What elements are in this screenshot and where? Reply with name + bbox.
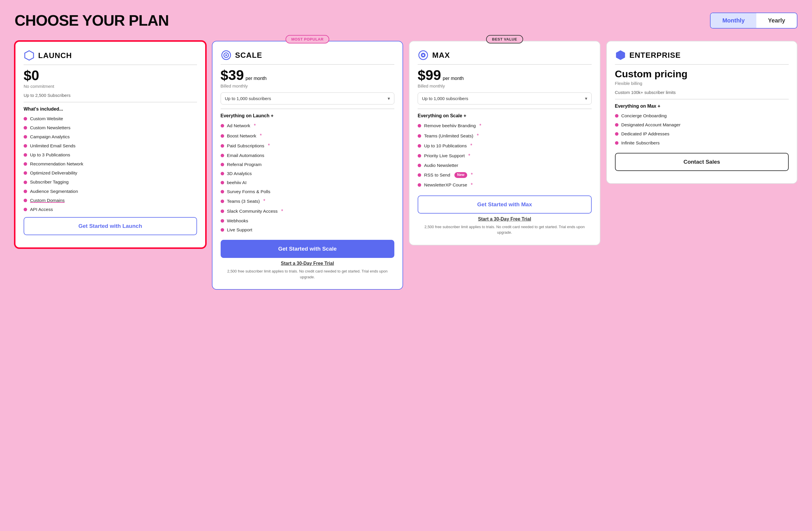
scale-divider-top [221,64,395,65]
scale-feature-dot-9 [221,209,224,213]
scale-feature-text-11: Live Support [227,227,252,233]
launch-icon-name: LAUNCH [24,50,197,61]
scale-feature-5: 3D Analytics [221,171,395,177]
launch-feature-text-7: Subscriber Tagging [30,179,69,185]
launch-cta-button[interactable]: Get Started with Launch [24,217,197,235]
enterprise-price: Custom pricing [615,68,789,80]
scale-feature-text-10: Webhooks [227,218,248,224]
max-billing-note: Billed monthly [418,83,592,88]
enterprise-cta-button[interactable]: Contact Sales [615,153,789,171]
max-feature-dot-3 [418,154,421,157]
scale-card: SCALE$39 per monthBilled monthlyUp to 1,… [212,41,403,290]
max-free-trial-link[interactable]: Start a 30-Day Free Trial [418,216,592,222]
launch-feature-dot-8 [24,190,27,193]
scale-free-trial-link[interactable]: Start a 30-Day Free Trial [221,261,395,266]
scale-divider-mid [221,109,395,109]
scale-feature-text-4: Referral Program [227,162,262,167]
scale-per: per month [246,76,267,81]
max-asterisk-2: * [470,142,472,149]
scale-feature-8: Teams (3 Seats)* [221,198,395,205]
scale-cta-button[interactable]: Get Started with Scale [221,240,395,258]
scale-feature-dot-2 [221,144,224,148]
max-feature-text-1: Teams (Unlimited Seats) [424,133,473,139]
scale-asterisk-1: * [260,132,262,139]
max-per: per month [443,76,464,81]
enterprise-feature-dot-0 [615,114,619,117]
max-divider-top [418,64,592,65]
enterprise-feature-list: Concierge OnboardingDesignated Account M… [615,113,789,146]
max-price-wrap: $99 per month [418,68,592,82]
max-feature-text-2: Up to 10 Publications [424,143,467,149]
launch-billing-note: No commitment [24,84,197,89]
launch-feature-dot-6 [24,171,27,175]
max-feature-dot-6 [418,183,421,187]
launch-feature-list: Custom WebsiteCustom NewslettersCampaign… [24,116,197,213]
max-feature-dot-5 [418,173,421,177]
launch-feature-dot-5 [24,162,27,166]
launch-feature-text-2: Campaign Analytics [30,134,70,140]
scale-asterisk-0: * [254,123,256,129]
launch-feature-7: Subscriber Tagging [24,179,197,185]
launch-feature-dot-3 [24,144,27,148]
scale-feature-text-0: Ad Network [227,123,250,129]
launch-feature-text-0: Custom Website [30,116,63,122]
scale-feature-text-3: Email Automations [227,153,264,158]
launch-subscriber-note: Up to 2,500 Subscribers [24,93,197,98]
plan-wrapper-enterprise: ENTERPRISECustom pricingFlexible billing… [606,41,798,184]
enterprise-feature-1: Designated Account Manager [615,122,789,128]
launch-feature-dot-0 [24,117,27,121]
svg-point-6 [422,54,424,56]
launch-card: LAUNCH$0No commitmentUp to 2,500 Subscri… [15,41,206,248]
launch-feature-text-10: API Access [30,207,53,212]
launch-feature-10: API Access [24,207,197,212]
page-title: CHOOSE YOUR PLAN [15,12,169,29]
plan-wrapper-launch: LAUNCH$0No commitmentUp to 2,500 Subscri… [15,41,206,248]
max-feature-text-3: Priority Live Support [424,153,465,159]
launch-feature-5: Recommendation Network [24,161,197,167]
max-cta-button[interactable]: Get Started with Max [418,195,592,213]
svg-marker-7 [616,51,625,60]
enterprise-feature-text-2: Dedicated IP Addresses [621,131,669,137]
launch-feature-text-8: Audience Segmentation [30,188,78,194]
max-feature-dot-1 [418,134,421,138]
scale-feature-6: beehiiv AI [221,180,395,185]
monthly-toggle-btn[interactable]: Monthly [711,13,756,28]
launch-feature-3: Unlimited Email Sends [24,143,197,149]
max-feature-text-6: NewsletterXP Course [424,182,467,188]
scale-feature-10: Webhooks [221,218,395,224]
launch-feature-8: Audience Segmentation [24,188,197,194]
yearly-toggle-btn[interactable]: Yearly [756,13,797,28]
max-asterisk-3: * [468,153,470,159]
max-asterisk-5: * [471,171,473,178]
scale-subscriber-dropdown[interactable]: Up to 1,000 subscribers▾ [221,93,395,104]
scale-feature-dot-4 [221,163,224,166]
launch-feature-text-4: Up to 3 Publications [30,152,70,158]
plan-wrapper-max: BEST VALUE MAX$99 per monthBilled monthl… [409,41,600,246]
max-icon [418,50,429,61]
enterprise-billing-note: Flexible billing [615,81,789,86]
enterprise-feature-text-0: Concierge Onboarding [621,113,667,119]
scale-feature-9: Slack Community Access* [221,208,395,215]
scale-feature-dot-7 [221,190,224,193]
max-feature-text-0: Remove beehiiv Branding [424,123,476,129]
scale-feature-7: Survey Forms & Polls [221,189,395,195]
enterprise-feature-2: Dedicated IP Addresses [615,131,789,137]
max-subscriber-dropdown[interactable]: Up to 1,000 subscribers▾ [418,93,592,104]
max-dropdown-text: Up to 1,000 subscribers [422,96,468,101]
scale-feature-dot-3 [221,154,224,157]
max-feature-1: Teams (Unlimited Seats)* [418,132,592,139]
max-divider-mid [418,109,592,109]
scale-feature-dot-8 [221,199,224,203]
scale-feature-text-1: Boost Network [227,133,257,139]
enterprise-icon [615,50,626,61]
scale-price: $39 [221,68,244,82]
scale-asterisk-8: * [263,198,265,205]
enterprise-feature-text-3: Infinite Subscribers [621,140,660,146]
scale-feature-dot-11 [221,228,224,232]
launch-price: $0 [24,69,197,83]
max-price: $99 [418,68,441,82]
launch-feature-1: Custom Newsletters [24,125,197,131]
svg-marker-0 [25,51,33,60]
max-feature-dot-0 [418,124,421,127]
scale-name: SCALE [235,51,262,60]
